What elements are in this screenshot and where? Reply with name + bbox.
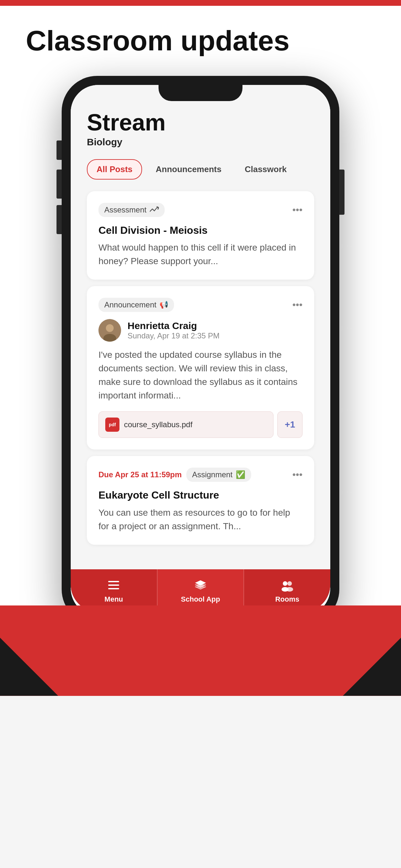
svg-marker-8 xyxy=(195,587,206,589)
assessment-body: What would happen to this cell if it wer… xyxy=(98,241,303,268)
phone-wrapper: Stream Biology All Posts Announcements C… xyxy=(26,76,375,625)
megaphone-icon: 📢 xyxy=(159,301,168,309)
trending-icon xyxy=(150,206,159,213)
user-row: Henrietta Craig Sunday, Apr 19 at 2:35 P… xyxy=(98,319,303,342)
announcement-badge: Announcement 📢 xyxy=(98,298,174,312)
card-assignment: Due Apr 25 at 11:59pm Assignment ✅ ••• E… xyxy=(87,456,314,545)
user-date: Sunday, Apr 19 at 2:35 PM xyxy=(127,331,220,340)
announcement-body: I've posted the updated course syllabus … xyxy=(98,348,303,402)
card-announcement: Announcement 📢 ••• xyxy=(87,286,314,450)
user-name: Henrietta Craig xyxy=(127,320,220,331)
stream-subtitle: Biology xyxy=(87,136,314,148)
assignment-badge: Assignment ✅ xyxy=(186,468,251,482)
svg-rect-5 xyxy=(108,588,119,589)
group-icon xyxy=(280,578,295,593)
due-badge: Due Apr 25 at 11:59pm xyxy=(98,470,182,479)
card-assignment-header: Due Apr 25 at 11:59pm Assignment ✅ ••• xyxy=(98,468,303,482)
stream-title: Stream xyxy=(87,111,314,134)
svg-point-1 xyxy=(106,324,114,332)
pdf-icon: pdf xyxy=(105,417,120,432)
svg-point-12 xyxy=(286,587,293,592)
phone-notch xyxy=(158,85,243,101)
page-title: Classroom updates xyxy=(26,25,375,57)
clipboard-icon: ✅ xyxy=(236,470,245,479)
avatar xyxy=(98,319,121,342)
nav-menu-label: Menu xyxy=(104,595,123,603)
avatar-image xyxy=(98,319,121,342)
badge-label: Assessment xyxy=(104,206,147,214)
phone-button-vol-down xyxy=(57,205,62,234)
assessment-title: Cell Division - Meiosis xyxy=(98,224,303,237)
assignment-body: You can use them as resources to go to f… xyxy=(98,506,303,533)
layers-icon xyxy=(193,578,208,593)
attachment-pdf[interactable]: pdf course_syllabus.pdf xyxy=(98,411,274,438)
assessment-badge: Assessment xyxy=(98,203,165,217)
more-options-icon-3[interactable]: ••• xyxy=(292,469,303,480)
svg-rect-4 xyxy=(108,585,119,586)
red-band xyxy=(0,606,401,696)
more-options-icon-2[interactable]: ••• xyxy=(292,299,303,310)
card-announcement-header: Announcement 📢 ••• xyxy=(98,298,303,312)
assignment-title: Eukaryote Cell Structure xyxy=(98,489,303,501)
nav-rooms-label: Rooms xyxy=(275,595,299,603)
card-assessment-header: Assessment ••• xyxy=(98,203,303,217)
screen-content: Stream Biology All Posts Announcements C… xyxy=(71,85,330,569)
tab-announcements[interactable]: Announcements xyxy=(146,159,231,180)
badge-label: Assignment xyxy=(192,470,233,479)
tab-all-posts[interactable]: All Posts xyxy=(87,159,142,180)
tab-bar: All Posts Announcements Classwork xyxy=(87,159,314,180)
more-options-icon[interactable]: ••• xyxy=(292,205,303,215)
menu-icon xyxy=(106,578,121,593)
nav-school-app-label: School App xyxy=(181,595,220,603)
file-name: course_syllabus.pdf xyxy=(124,420,192,429)
phone-button-silent xyxy=(57,141,62,160)
card-assessment: Assessment ••• Cell Division - Meiosis W… xyxy=(87,191,314,280)
phone-button-vol-up xyxy=(57,169,62,198)
user-info: Henrietta Craig Sunday, Apr 19 at 2:35 P… xyxy=(127,320,220,340)
svg-rect-3 xyxy=(108,581,119,582)
main-content: Classroom updates Stream Biology xyxy=(0,6,401,625)
extra-attachments[interactable]: +1 xyxy=(277,411,303,438)
phone-button-power xyxy=(339,169,344,215)
phone-mockup: Stream Biology All Posts Announcements C… xyxy=(62,76,339,625)
badge-label: Announcement xyxy=(104,300,156,309)
svg-point-9 xyxy=(283,581,287,586)
svg-point-10 xyxy=(287,581,292,586)
status-bar xyxy=(0,0,401,6)
tab-classwork[interactable]: Classwork xyxy=(235,159,297,180)
stream-header: Stream Biology xyxy=(87,111,314,148)
header-badges: Due Apr 25 at 11:59pm Assignment ✅ xyxy=(98,468,251,482)
attachments: pdf course_syllabus.pdf +1 xyxy=(98,411,303,438)
phone-screen: Stream Biology All Posts Announcements C… xyxy=(71,85,330,616)
